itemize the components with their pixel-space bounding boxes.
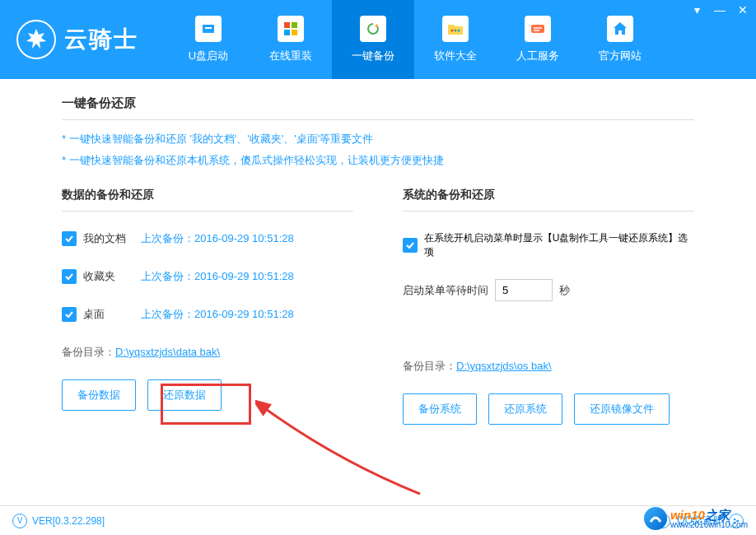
system-backup-panel: 系统的备份和还原 在系统开机启动菜单时显示【U盘制作工具一键还原系统】选项 启动… — [378, 188, 694, 425]
data-dir-link[interactable]: D:\yqsxtzjds\data bak\ — [115, 346, 220, 358]
watermark-url: www.2016win10.com — [670, 521, 748, 529]
version-label: VER[0.3.22.298] — [32, 515, 105, 527]
svg-point-8 — [458, 30, 460, 32]
system-backup-dir: 备份目录：D:\yqsxtzjds\os bak\ — [403, 359, 694, 374]
boot-menu-label: 在系统开机启动菜单时显示【U盘制作工具一键还原系统】选项 — [424, 231, 694, 259]
checkbox-desktop[interactable] — [62, 307, 77, 322]
check-row-favorites: 收藏夹 上次备份：2016-09-29 10:51:28 — [62, 269, 353, 284]
settings-icon[interactable]: ▾ — [690, 3, 703, 16]
data-panel-title: 数据的备份和还原 — [62, 188, 353, 212]
backup-time-favorites: 上次备份：2016-09-29 10:51:28 — [141, 269, 294, 284]
tab-backup[interactable]: 一键备份 — [332, 0, 414, 79]
hint-line-2: * 一键快速智能备份和还原本机系统，傻瓜式操作轻松实现，让装机更方便更快捷 — [62, 153, 694, 168]
watermark-title: win10之家 — [670, 509, 748, 521]
knight-logo-icon — [16, 20, 56, 59]
tab-software[interactable]: 软件大全 — [414, 0, 497, 79]
svg-rect-2 — [284, 22, 290, 28]
watermark: win10之家 www.2016win10.com — [644, 507, 748, 530]
svg-rect-5 — [292, 30, 297, 35]
backup-data-button[interactable]: 备份数据 — [62, 379, 136, 411]
windows-icon — [278, 16, 304, 42]
backup-time-desktop: 上次备份：2016-09-29 10:51:28 — [141, 307, 294, 322]
refresh-icon — [360, 16, 386, 42]
backup-time-documents: 上次备份：2016-09-29 10:51:28 — [141, 231, 294, 246]
close-button[interactable]: ✕ — [736, 3, 749, 16]
main-content: 一键备份还原 * 一键快速智能备份和还原 '我的文档'、'收藏夹'、'桌面'等重… — [0, 79, 756, 441]
restore-data-button[interactable]: 还原数据 — [147, 379, 222, 411]
support-icon — [525, 16, 551, 42]
page-title: 一键备份还原 — [62, 95, 694, 120]
tab-support[interactable]: 人工服务 — [497, 0, 579, 79]
version-icon: V — [12, 514, 27, 528]
tab-usb-boot[interactable]: U盘启动 — [167, 0, 250, 79]
data-backup-panel: 数据的备份和还原 我的文档 上次备份：2016-09-29 10:51:28 收… — [62, 188, 378, 425]
label-documents: 我的文档 — [83, 231, 141, 246]
home-icon — [607, 16, 633, 42]
window-controls: ▾ — ✕ — [690, 3, 749, 16]
nav-tabs: U盘启动 在线重装 一键备份 软件大全 人工服务 官方网站 — [167, 0, 661, 79]
restore-image-button[interactable]: 还原镜像文件 — [574, 393, 670, 425]
wait-time-row: 启动菜单等待时间 秒 — [403, 279, 694, 301]
wait-time-input[interactable] — [495, 279, 553, 301]
usb-icon — [195, 16, 222, 42]
hint-line-1: * 一键快速智能备份和还原 '我的文档'、'收藏夹'、'桌面'等重要文件 — [62, 132, 694, 147]
wait-time-label: 启动菜单等待时间 — [403, 283, 488, 298]
wait-time-unit: 秒 — [559, 283, 570, 298]
backup-system-button[interactable]: 备份系统 — [403, 393, 477, 425]
tab-online-reinstall[interactable]: 在线重装 — [250, 0, 332, 79]
system-dir-link[interactable]: D:\yqsxtzjds\os bak\ — [456, 360, 552, 372]
title-bar: 云骑士 U盘启动 在线重装 一键备份 软件大全 人工服务 官方网站 ▾ — — [0, 0, 756, 79]
checkbox-favorites[interactable] — [62, 269, 77, 284]
svg-rect-4 — [284, 30, 290, 35]
folder-icon — [442, 16, 469, 42]
app-logo: 云骑士 — [16, 20, 138, 59]
svg-point-7 — [455, 30, 457, 32]
data-backup-dir: 备份目录：D:\yqsxtzjds\data bak\ — [62, 345, 353, 360]
app-name: 云骑士 — [64, 24, 138, 55]
svg-point-6 — [451, 30, 454, 32]
status-bar: V VER[0.3.22.298] QQ交流群 — [0, 505, 756, 535]
svg-rect-1 — [205, 27, 212, 29]
tab-website[interactable]: 官方网站 — [579, 0, 661, 79]
boot-menu-option: 在系统开机启动菜单时显示【U盘制作工具一键还原系统】选项 — [403, 231, 694, 259]
label-desktop: 桌面 — [83, 307, 141, 322]
checkbox-boot-menu[interactable] — [403, 238, 418, 253]
watermark-badge-icon — [644, 507, 667, 530]
checkbox-documents[interactable] — [62, 231, 77, 246]
label-favorites: 收藏夹 — [83, 269, 141, 284]
check-row-documents: 我的文档 上次备份：2016-09-29 10:51:28 — [62, 231, 353, 246]
restore-system-button[interactable]: 还原系统 — [488, 393, 562, 425]
minimize-button[interactable]: — — [713, 3, 726, 16]
system-panel-title: 系统的备份和还原 — [403, 188, 694, 212]
svg-rect-9 — [531, 25, 544, 33]
svg-rect-3 — [292, 22, 297, 28]
check-row-desktop: 桌面 上次备份：2016-09-29 10:51:28 — [62, 307, 353, 322]
